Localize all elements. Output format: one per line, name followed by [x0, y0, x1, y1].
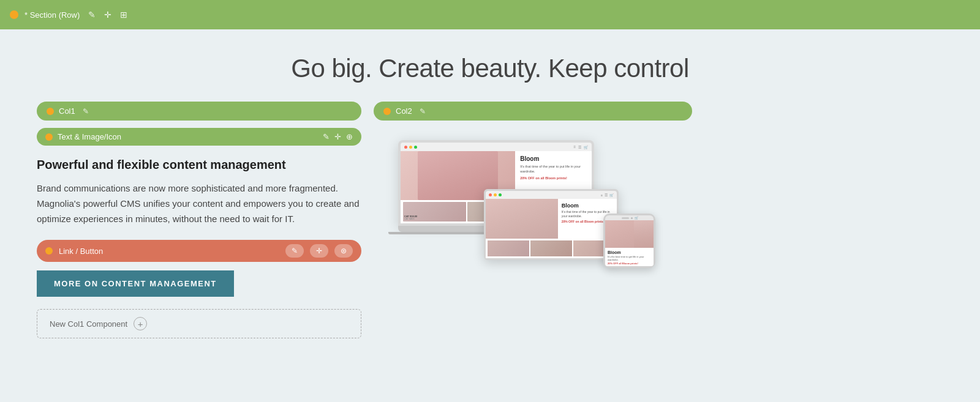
col2-header-bar: Col2 ✎	[374, 102, 692, 121]
col2-edit-icon[interactable]: ✎	[420, 107, 426, 116]
content-heading: Powerful and flexible content management	[37, 157, 361, 173]
device-mockups: ≡☰🛒 Bloom	[386, 128, 662, 311]
mobile-mockup: 🛒 Bloom It's the best time to get life i…	[603, 214, 655, 268]
col1-dot	[47, 108, 54, 115]
new-col1-component[interactable]: New Col1 Component +	[37, 309, 361, 338]
link-button-dot	[45, 247, 53, 255]
component-dot	[45, 133, 53, 141]
link-button-edit-icon[interactable]: ✎	[285, 244, 304, 258]
content-paragraph: Brand communications are now more sophis…	[37, 181, 361, 226]
link-button-move-icon[interactable]: ✛	[310, 244, 328, 258]
col1-label: Col1	[59, 106, 75, 116]
column-1: Col1 ✎ Text & Image/Icon ✎ ✛ ⊕ Powerful …	[37, 102, 361, 338]
toolbar-move-icon[interactable]: ✛	[104, 10, 111, 20]
component-bar-label: Text & Image/Icon	[58, 132, 318, 141]
link-button-bar: Link / Button ✎ ✛ ⊛	[37, 240, 361, 262]
col1-edit-icon[interactable]: ✎	[83, 107, 89, 116]
main-content: Go big. Create beauty. Keep control Col1…	[0, 0, 980, 402]
page-heading: Go big. Create beauty. Keep control	[0, 29, 980, 102]
col2-dot	[383, 108, 391, 115]
component-lock-icon[interactable]: ⊕	[346, 132, 353, 141]
two-column-layout: Col1 ✎ Text & Image/Icon ✎ ✛ ⊕ Powerful …	[0, 102, 980, 357]
section-toolbar: * Section (Row) ✎ ✛ ⊞	[0, 0, 980, 29]
component-move-icon[interactable]: ✛	[334, 132, 341, 141]
link-button-label: Link / Button	[59, 247, 279, 256]
new-component-plus-button[interactable]: +	[134, 317, 147, 330]
toolbar-edit-icon[interactable]: ✎	[88, 10, 96, 20]
cta-button[interactable]: MORE ON CONTENT MANAGEMENT	[37, 270, 234, 297]
toolbar-grid-icon[interactable]: ⊞	[120, 10, 127, 20]
text-image-icon-bar: Text & Image/Icon ✎ ✛ ⊕	[37, 128, 361, 146]
toolbar-dot	[10, 10, 18, 19]
component-edit-icon[interactable]: ✎	[323, 132, 330, 141]
toolbar-label: * Section (Row)	[24, 10, 80, 20]
tablet-mockup: ≡☰🛒 Bloom It's that time of the year to …	[484, 189, 619, 260]
column-2: Col2 ✎ ≡☰🛒	[374, 102, 692, 311]
link-button-lock-icon[interactable]: ⊛	[334, 244, 353, 258]
new-component-label: New Col1 Component	[50, 319, 127, 329]
col2-label: Col2	[396, 106, 412, 116]
col1-header-bar: Col1 ✎	[37, 102, 361, 121]
